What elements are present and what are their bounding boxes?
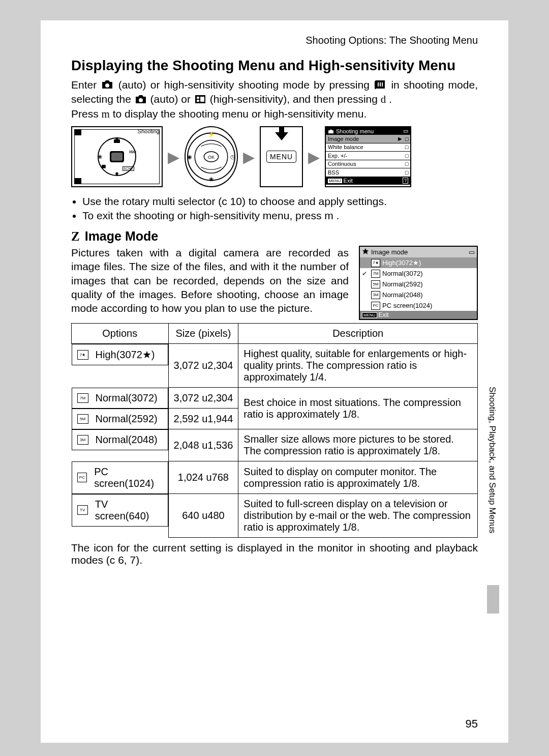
camera-icon bbox=[101, 79, 114, 90]
figure-multi-selector: OK ⚡ ❀ ◉ ◷ bbox=[185, 126, 238, 187]
down-arrow-icon bbox=[274, 126, 289, 142]
mode-icon: TV bbox=[77, 505, 88, 515]
arrow-icon: ▶ bbox=[168, 148, 179, 166]
bullet-list: Use the rotary multi selector (c 10) to … bbox=[71, 195, 478, 222]
svg-rect-4 bbox=[197, 100, 199, 102]
dial-scene-icon: SCNE bbox=[123, 166, 134, 171]
page: Shooting Options: The Shooting Menu Disp… bbox=[41, 20, 508, 743]
mode-icon: 7★ bbox=[77, 350, 88, 360]
svg-rect-5 bbox=[200, 97, 204, 102]
side-tab-label: Shooting, Playback, and Setup Menus bbox=[487, 387, 497, 533]
figure-menu-button: MENU bbox=[260, 126, 303, 187]
dial-iso-icon: ISO bbox=[129, 150, 136, 154]
col-options: Options bbox=[72, 324, 169, 344]
menu-item: 7★High(3072★) bbox=[360, 257, 477, 268]
svg-text:⚡: ⚡ bbox=[208, 131, 215, 138]
col-description: Description bbox=[238, 324, 478, 344]
table-row: TVTV screen(640)640 u480Suited to full-s… bbox=[72, 494, 478, 538]
bullet-item: Use the rotary multi selector (c 10) to … bbox=[82, 195, 478, 208]
help-icon: ? bbox=[403, 178, 408, 184]
heading-image-mode: Z Image Mode bbox=[71, 229, 478, 244]
image-mode-description: Pictures taken with a digital camera are… bbox=[71, 246, 349, 315]
bullet-item: To exit the shooting or high-sensitivity… bbox=[82, 210, 478, 222]
menu-item: PCPC screen(1024) bbox=[360, 300, 477, 311]
button-d-ref: d bbox=[381, 93, 386, 105]
arrow-icon: ▶ bbox=[308, 148, 320, 166]
quality-icon bbox=[362, 248, 369, 256]
svg-text:◉: ◉ bbox=[187, 154, 192, 160]
intro-paragraph: Enter (auto) or high-sensitivity shootin… bbox=[71, 78, 478, 121]
dial-top-icon bbox=[113, 137, 120, 145]
table-row: 7MNormal(3072)3,072 u2,304Best choice in… bbox=[72, 388, 478, 409]
menu-button-label: MENU bbox=[266, 151, 296, 163]
button-m-ref: m bbox=[102, 108, 110, 120]
arrow-icon: ▶ bbox=[243, 148, 255, 166]
menu-item: White balance▢ bbox=[326, 143, 410, 152]
figure-mode-dial: Shooting ❀ ISO SCNE ● ▀ bbox=[71, 126, 163, 187]
svg-text:◷: ◷ bbox=[230, 154, 235, 160]
menu-item: 5MNormal(2592) bbox=[360, 279, 477, 289]
figure-row: Shooting ❀ ISO SCNE ● ▀ ▶ bbox=[71, 126, 478, 187]
dial-bottom-icon: ● bbox=[115, 169, 119, 177]
heading-main: Displaying the Shooting Menu and High-se… bbox=[71, 57, 478, 74]
svg-point-0 bbox=[105, 83, 109, 88]
table-row: 7★High(3072★)3,072 u2,304Highest quality… bbox=[72, 344, 478, 388]
battery-icon: ▭ bbox=[469, 248, 475, 256]
menu-item: ✔7MNormal(3072) bbox=[360, 268, 477, 279]
mode-icon: 7M bbox=[77, 393, 88, 403]
footer-note: The icon for the current setting is disp… bbox=[71, 542, 478, 566]
menu-item: Continuous▢ bbox=[326, 160, 410, 169]
mode-icon: 3M bbox=[77, 435, 88, 445]
dial-left-icon: ❀ bbox=[98, 154, 102, 160]
dial-movie-icon: ▀ bbox=[102, 165, 106, 171]
mode-dial: ❀ ISO SCNE ● ▀ bbox=[98, 137, 136, 176]
table-row: PCPC screen(1024)1,024 u768Suited to dis… bbox=[72, 461, 478, 494]
menu-item: Exp. +/-▢ bbox=[326, 152, 410, 160]
image-mode-lcd: Image mode ▭ 7★High(3072★)✔7MNormal(3072… bbox=[359, 246, 478, 320]
col-size: Size (pixels) bbox=[168, 324, 238, 344]
breadcrumb: Shooting Options: The Shooting Menu bbox=[71, 35, 478, 46]
mode-icon: PC bbox=[77, 473, 87, 482]
svg-text:❀: ❀ bbox=[209, 177, 214, 183]
svg-rect-3 bbox=[197, 97, 199, 99]
svg-text:OK: OK bbox=[208, 155, 215, 160]
menu-item: 3MNormal(2048) bbox=[360, 289, 477, 300]
table-row: 3MNormal(2048)2,048 u1,536Smaller size a… bbox=[72, 429, 478, 461]
menu-item: Image mode▶▢ bbox=[326, 135, 410, 143]
menu-item: BSS▢ bbox=[326, 168, 410, 177]
page-number: 95 bbox=[466, 717, 478, 731]
camera-icon bbox=[328, 129, 334, 134]
menu-badge-icon: MENU bbox=[362, 312, 377, 318]
iso-icon bbox=[194, 94, 207, 105]
side-tab-marker bbox=[487, 585, 499, 614]
image-mode-table: Options Size (pixels) Description 7★High… bbox=[71, 323, 478, 538]
menu-badge-icon: MENU bbox=[328, 179, 342, 183]
figure-shooting-menu-lcd: Shooting menu ▭ Image mode▶▢White balanc… bbox=[325, 126, 411, 187]
mode-icon: 5M bbox=[77, 414, 88, 424]
mode-dial-icon bbox=[374, 79, 387, 90]
camera-icon bbox=[134, 94, 147, 105]
svg-point-1 bbox=[139, 98, 143, 102]
